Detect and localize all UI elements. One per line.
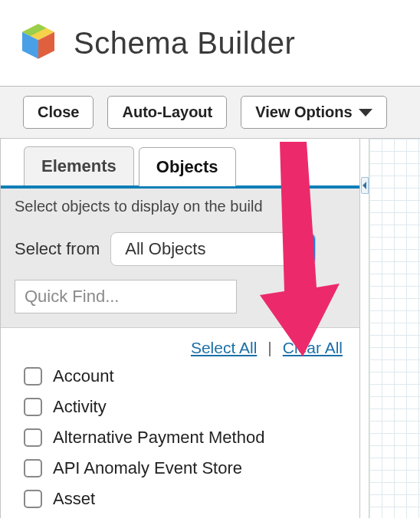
quick-find-input[interactable] bbox=[15, 280, 237, 313]
select-from-label: Select from bbox=[15, 239, 100, 259]
select-from-value: All Objects bbox=[125, 239, 205, 259]
view-options-button[interactable]: View Options bbox=[241, 96, 386, 129]
object-checkbox[interactable] bbox=[24, 428, 42, 447]
controls: Select from All Objects bbox=[1, 225, 359, 328]
object-checkbox[interactable] bbox=[24, 367, 42, 386]
chevron-left-icon bbox=[363, 182, 366, 189]
select-from-dropdown[interactable]: All Objects bbox=[110, 232, 316, 266]
select-all-link[interactable]: Select All bbox=[191, 339, 257, 357]
workspace: Elements Objects Select objects to displ… bbox=[0, 139, 420, 518]
auto-layout-button[interactable]: Auto-Layout bbox=[107, 96, 227, 129]
object-label: Asset bbox=[53, 489, 95, 509]
collapse-panel-button[interactable] bbox=[361, 177, 369, 194]
bulk-select-links: Select All | Clear All bbox=[1, 328, 359, 362]
panel-rail bbox=[360, 139, 369, 518]
object-label: Activity bbox=[53, 397, 107, 417]
canvas-grid[interactable] bbox=[369, 139, 420, 518]
object-checkbox[interactable] bbox=[24, 459, 42, 477]
view-options-label: View Options bbox=[255, 103, 352, 121]
object-label: Account bbox=[53, 366, 114, 386]
link-separator: | bbox=[264, 339, 274, 357]
close-button[interactable]: Close bbox=[23, 96, 94, 129]
caret-down-icon bbox=[359, 109, 372, 116]
schema-builder-icon bbox=[17, 20, 60, 66]
page-title: Schema Builder bbox=[74, 26, 295, 61]
list-item: API Anomaly Event Store bbox=[24, 458, 343, 478]
tab-elements[interactable]: Elements bbox=[24, 146, 134, 185]
panel-instruction: Select objects to display on the build bbox=[1, 189, 359, 225]
page-header: Schema Builder bbox=[0, 0, 420, 86]
tab-objects[interactable]: Objects bbox=[139, 147, 236, 186]
clear-all-link[interactable]: Clear All bbox=[283, 339, 343, 357]
list-item: Asset bbox=[24, 489, 343, 509]
object-checkbox[interactable] bbox=[24, 398, 42, 416]
tab-bar: Elements Objects bbox=[1, 139, 359, 189]
toolbar: Close Auto-Layout View Options bbox=[0, 86, 420, 139]
list-item: Alternative Payment Method bbox=[24, 428, 343, 448]
list-item: Account bbox=[24, 366, 343, 386]
object-label: API Anomaly Event Store bbox=[53, 458, 242, 478]
select-from-wrap: All Objects bbox=[110, 232, 316, 266]
object-label: Alternative Payment Method bbox=[53, 428, 264, 448]
left-panel: Elements Objects Select objects to displ… bbox=[0, 139, 360, 518]
list-item: Activity bbox=[24, 397, 343, 417]
select-from-row: Select from All Objects bbox=[15, 232, 346, 266]
object-list: AccountActivityAlternative Payment Metho… bbox=[1, 362, 359, 509]
dropdown-stepper-icon bbox=[289, 233, 315, 265]
object-checkbox[interactable] bbox=[24, 490, 42, 508]
